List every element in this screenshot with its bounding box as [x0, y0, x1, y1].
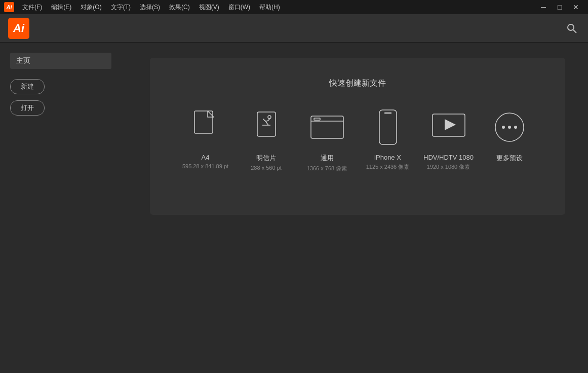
- search-icon[interactable]: [564, 20, 580, 36]
- header: Ai: [0, 14, 588, 43]
- preset-a4-size: 595.28 x 841.89 pt: [182, 163, 228, 169]
- preset-more-name: 更多预设: [496, 154, 523, 163]
- preset-postcard-name: 明信片: [256, 154, 276, 163]
- presets-row: A4 595.28 x 841.89 pt: [175, 107, 540, 172]
- menu-item-文件(F)[interactable]: 文件(F): [18, 2, 46, 13]
- svg-line-1: [573, 30, 576, 33]
- preset-hdtv-icon: [430, 107, 467, 147]
- preset-hdtv-name: HDV/HDTV 1080: [423, 154, 474, 161]
- maximize-button[interactable]: □: [552, 0, 568, 14]
- quick-create-panel: 快速创建新文件 A4 595.28 x 841.89 pt: [150, 58, 565, 215]
- preset-more[interactable]: 更多预设: [484, 107, 535, 165]
- home-input[interactable]: [10, 53, 111, 69]
- app-logo: Ai: [8, 18, 29, 39]
- svg-rect-4: [257, 112, 276, 136]
- preset-postcard[interactable]: 明信片 288 x 560 pt: [241, 107, 292, 171]
- svg-point-0: [568, 24, 574, 30]
- quick-create-title: 快速创建新文件: [175, 78, 540, 89]
- svg-point-16: [502, 126, 505, 129]
- menu-item-选择(S)[interactable]: 选择(S): [136, 2, 164, 13]
- preset-generic-size: 1366 x 768 像素: [307, 165, 347, 172]
- preset-iphone-name: iPhone X: [374, 154, 401, 161]
- preset-postcard-size: 288 x 560 pt: [251, 165, 282, 171]
- new-button[interactable]: 新建: [10, 79, 45, 94]
- menu-item-文字(T)[interactable]: 文字(T): [107, 2, 135, 13]
- preset-hdtv-size: 1920 x 1080 像素: [427, 163, 471, 171]
- svg-marker-14: [445, 119, 456, 130]
- preset-generic-icon: [309, 107, 345, 147]
- window-controls: ─ □ ✕: [535, 0, 584, 14]
- svg-point-18: [514, 126, 517, 129]
- preset-a4-name: A4: [202, 154, 210, 161]
- main-layout: 新建 打开 快速创建新文件 A4 59: [0, 43, 588, 373]
- menu-item-对象(O)[interactable]: 对象(O): [76, 2, 105, 13]
- title-bar: Ai 文件(F)编辑(E)对象(O)文字(T)选择(S)效果(C)视图(V)窗口…: [0, 0, 588, 14]
- preset-hdtv[interactable]: HDV/HDTV 1080 1920 x 1080 像素: [423, 107, 474, 171]
- menu-item-视图(V)[interactable]: 视图(V): [195, 2, 223, 13]
- svg-line-7: [265, 121, 268, 125]
- minimize-button[interactable]: ─: [535, 0, 552, 14]
- preset-postcard-icon: [248, 107, 285, 147]
- menu-item-帮助(H)[interactable]: 帮助(H): [255, 2, 284, 13]
- svg-rect-8: [311, 116, 343, 138]
- close-button[interactable]: ✕: [568, 0, 584, 14]
- menu-item-编辑(E)[interactable]: 编辑(E): [47, 2, 75, 13]
- preset-a4-icon: [187, 107, 224, 147]
- sidebar: 新建 打开: [0, 43, 127, 373]
- preset-generic-name: 通用: [321, 154, 334, 163]
- menu-item-效果(C)[interactable]: 效果(C): [165, 2, 194, 13]
- content-area: 快速创建新文件 A4 595.28 x 841.89 pt: [127, 43, 588, 373]
- open-button[interactable]: 打开: [10, 100, 45, 116]
- preset-more-icon: [491, 107, 528, 147]
- svg-rect-2: [194, 111, 213, 133]
- svg-point-6: [268, 116, 271, 119]
- svg-point-17: [508, 126, 511, 129]
- preset-a4[interactable]: A4 595.28 x 841.89 pt: [180, 107, 231, 169]
- preset-iphone[interactable]: iPhone X 1125 x 2436 像素: [363, 107, 413, 171]
- preset-generic[interactable]: 通用 1366 x 768 像素: [302, 107, 352, 172]
- title-bar-logo: Ai: [4, 2, 14, 12]
- preset-iphone-size: 1125 x 2436 像素: [366, 163, 410, 171]
- menu-bar: 文件(F)编辑(E)对象(O)文字(T)选择(S)效果(C)视图(V)窗口(W)…: [18, 2, 535, 13]
- menu-item-窗口(W)[interactable]: 窗口(W): [224, 2, 254, 13]
- preset-iphone-icon: [370, 107, 406, 147]
- svg-rect-11: [379, 110, 397, 144]
- svg-rect-10: [314, 118, 320, 120]
